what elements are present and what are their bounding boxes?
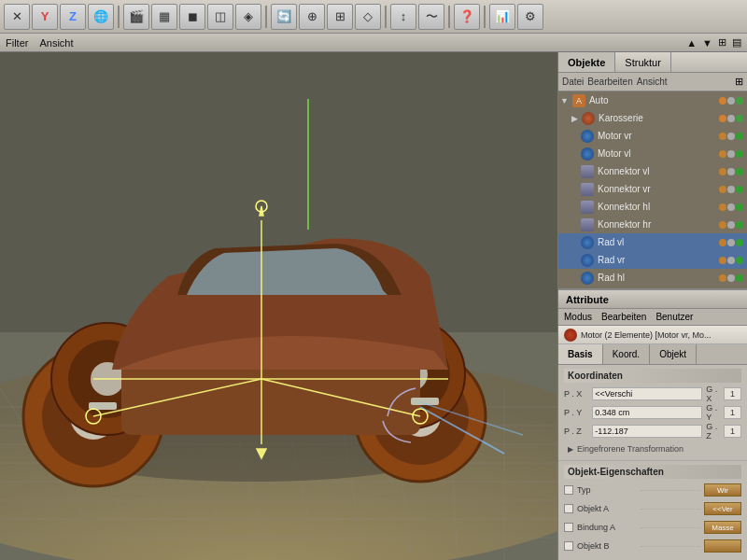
tab-struktur[interactable]: Struktur <box>615 52 671 72</box>
koordinaten-title: Koordinaten <box>564 369 741 383</box>
check-obj-b[interactable] <box>564 541 573 551</box>
check-obj-a[interactable] <box>564 504 573 513</box>
tool-grid[interactable]: ▦ <box>151 4 177 30</box>
tab-basis[interactable]: Basis <box>558 344 603 364</box>
attribute-panel: Attribute Modus Bearbeiten Benutzer Moto… <box>558 288 747 560</box>
motor-vl-dots <box>719 150 743 158</box>
tool-camera[interactable]: 🎬 <box>123 4 149 30</box>
attribute-header: Attribute <box>558 290 747 309</box>
eingefrorene-row[interactable]: ▶ Eingefrorene Transformation <box>564 441 741 456</box>
rad-hl-label: Rad hl <box>598 273 625 283</box>
tool-chart[interactable]: 📊 <box>489 4 515 30</box>
label-obj-b: Objekt B <box>577 541 637 551</box>
layout-icon[interactable]: ⊞ <box>718 36 726 49</box>
list-item-rad-vl[interactable]: Rad vl <box>558 233 747 251</box>
coord-row-pz: P . Z G . Z 1 <box>564 423 741 440</box>
list-item-rad-vr[interactable]: Rad vr <box>558 251 747 269</box>
motor-vr-dots <box>719 133 743 140</box>
expand-icon[interactable]: ▤ <box>732 36 741 49</box>
rad-vr-label: Rad vr <box>598 255 625 265</box>
tool-arrows[interactable]: ⊕ <box>299 4 325 30</box>
panel-ansicht[interactable]: Ansicht <box>637 77 668 87</box>
tab-objekt[interactable]: Objekt <box>650 344 697 364</box>
motor-vl-label: Motor vl <box>598 148 631 159</box>
dots-obj-a <box>641 509 700 510</box>
tool-z[interactable]: Z <box>60 4 86 30</box>
coord-row-py: P . Y G . Y 1 <box>564 404 741 421</box>
panel-more-icon[interactable]: ⊞ <box>735 76 743 88</box>
viewport-3d[interactable] <box>0 52 557 560</box>
list-item-karosserie[interactable]: ▶ Karosserie <box>558 109 747 127</box>
list-item-konnektor-vr[interactable]: Konnektor vr <box>558 180 747 198</box>
tab-koord[interactable]: Koord. <box>603 344 650 364</box>
filter-menu[interactable]: Filter <box>6 37 28 49</box>
koordinaten-section: Koordinaten P . X G . X 1 P . Y G . Y 1 <box>558 365 747 461</box>
tool-shape[interactable]: ◇ <box>355 4 381 30</box>
check-bindung-a[interactable] <box>564 523 573 532</box>
attribute-title: Attribute <box>566 294 609 305</box>
motor-vr-label: Motor vr <box>598 131 632 141</box>
panel-datei[interactable]: Datei <box>562 77 584 87</box>
prop-row-obj-b: Objekt B <box>564 538 741 554</box>
konnektor-hl-label: Konnektor hl <box>598 202 650 212</box>
tool-diamond[interactable]: ◈ <box>235 4 261 30</box>
btn-obj-a[interactable]: <<Ver <box>704 502 741 515</box>
dot1 <box>719 97 726 105</box>
tool-scale[interactable]: ⊞ <box>327 4 353 30</box>
obj-eigenschaften-title: Objekt-Eigenschaften <box>564 465 741 479</box>
root-dots <box>719 97 743 105</box>
tool-cube[interactable]: ◼ <box>179 4 205 30</box>
attr-bearbeiten[interactable]: Bearbeiten <box>601 312 646 322</box>
tool-snake[interactable]: 〜 <box>418 4 444 30</box>
karosserie-label: Karosserie <box>599 113 643 123</box>
list-item-rad-hl[interactable]: Rad hl <box>558 269 747 287</box>
object-list[interactable]: ▼ A Auto ▶ Karosserie <box>558 91 747 288</box>
obj-eigenschaften-section: Objekt-Eigenschaften Typ Wir Objekt A <<… <box>558 461 747 560</box>
tool-settings[interactable]: ⚙ <box>517 4 543 30</box>
attr-benutzer[interactable]: Benutzer <box>655 312 693 322</box>
tool-help[interactable]: ❓ <box>454 4 480 30</box>
separator-4 <box>448 6 450 28</box>
list-item-konnektor-vl[interactable]: Konnektor vl <box>558 162 747 180</box>
tool-rotate[interactable]: 🔄 <box>271 4 297 30</box>
konnektor-hr-icon <box>581 218 594 231</box>
check-typ[interactable] <box>564 485 573 495</box>
panel-bearbeiten[interactable]: Bearbeiten <box>587 77 632 87</box>
label-px: P . X <box>564 389 588 399</box>
label-bindung-a: Bindung A <box>577 523 637 532</box>
tool-y[interactable]: Y <box>32 4 58 30</box>
input-px[interactable] <box>592 387 702 400</box>
coord-row-px: P . X G . X 1 <box>564 385 741 402</box>
input-py[interactable] <box>592 406 702 419</box>
karosserie-expand: ▶ <box>571 114 578 123</box>
tool-x[interactable]: ✕ <box>4 4 30 30</box>
btn-bindung-a[interactable]: Masse <box>704 521 741 534</box>
root-icon: A <box>572 94 585 107</box>
list-item-konnektor-hl[interactable]: Konnektor hl <box>558 198 747 216</box>
list-item-motor-vl[interactable]: Motor vl <box>558 145 747 162</box>
dots-bindung-a <box>641 527 700 528</box>
list-item-konnektor-hr[interactable]: Konnektor hr <box>558 216 747 233</box>
motor-vl-icon <box>581 147 594 161</box>
dots-typ <box>641 490 700 491</box>
motor-label-bar: Motor (2 Elemente) [Motor vr, Mo... <box>558 326 747 344</box>
tab-objekte[interactable]: Objekte <box>558 52 615 72</box>
attr-modus[interactable]: Modus <box>564 312 592 322</box>
tool-film[interactable]: ◫ <box>207 4 233 30</box>
scroll-down-icon[interactable]: ▼ <box>702 37 712 49</box>
ansicht-menu[interactable]: Ansicht <box>39 37 73 49</box>
car-scene-svg <box>0 52 557 560</box>
prop-row-bindung-a: Bindung A Masse <box>564 519 741 536</box>
list-item-motor-vr[interactable]: Motor vr <box>558 127 747 145</box>
tool-move[interactable]: ↕ <box>390 4 416 30</box>
scroll-up-icon[interactable]: ▲ <box>686 37 697 49</box>
label-typ: Typ <box>577 485 637 495</box>
input-pz[interactable] <box>592 425 702 438</box>
btn-obj-b[interactable] <box>704 539 741 553</box>
dot2 <box>727 97 735 105</box>
attribute-menubar: Modus Bearbeiten Benutzer <box>558 309 747 326</box>
motor-vr-icon <box>581 130 594 143</box>
obj-root-auto[interactable]: ▼ A Auto <box>558 91 747 109</box>
btn-typ[interactable]: Wir <box>704 483 741 497</box>
tool-globe[interactable]: 🌐 <box>88 4 114 30</box>
